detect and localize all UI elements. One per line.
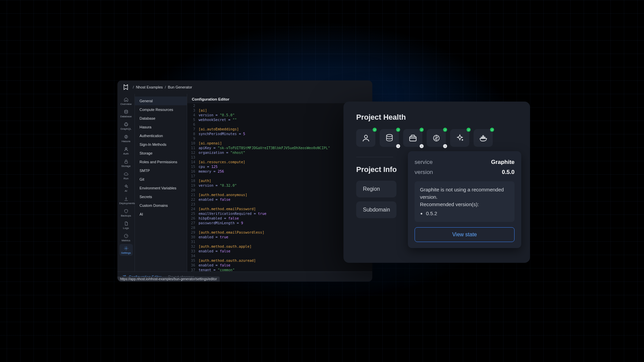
status-warn-icon [396, 144, 400, 148]
rail-item-backups[interactable]: Backups [119, 207, 133, 219]
rail-item-metrics[interactable]: Metrics [119, 232, 133, 243]
deploy-icon [124, 196, 128, 201]
info-row-subdomain: Subdomain [356, 201, 396, 218]
service-value: Graphite [491, 159, 515, 166]
settings-item-authentication[interactable]: Authentication [135, 131, 187, 140]
user-icon [124, 147, 128, 152]
settings-item-roles-and-permissions[interactable]: Roles and Permissions [135, 158, 187, 166]
info-row-region: Region [356, 181, 396, 197]
rail-item-logs[interactable]: Logs [119, 219, 133, 231]
app-window: / Nhost Examples / Bun Generator Overvie… [117, 80, 372, 282]
project-health-panel: Project Health Project Info RegionSubdom… [343, 102, 530, 263]
topbar: / Nhost Examples / Bun Generator [117, 80, 372, 94]
file-icon [124, 221, 128, 226]
database-icon [385, 134, 394, 142]
status-ok-icon [420, 128, 424, 132]
service-tooltip: service Graphite version 0.5.0 Graphite … [408, 151, 521, 248]
rail-item-auth[interactable]: Auth [119, 145, 133, 157]
version-value: 0.5.0 [502, 169, 515, 176]
rail-item-storage[interactable]: Storage [119, 157, 133, 169]
health-icon-hasura[interactable] [427, 129, 446, 147]
health-icon-database[interactable] [380, 129, 399, 147]
status-url-hint: https://app.nhost.io/nhost-examples/bun-… [117, 277, 220, 282]
breadcrumb-project[interactable]: Bun Generator [168, 85, 192, 89]
settings-item-hasura[interactable]: Hasura [135, 123, 187, 131]
health-icon-storage[interactable] [403, 129, 422, 147]
home-icon [124, 97, 128, 102]
hasura-icon [124, 134, 128, 139]
settings-item-compute-resources[interactable]: Compute Resources [135, 105, 187, 114]
settings-menu: GeneralCompute ResourcesDatabaseHasuraAu… [135, 94, 187, 272]
settings-item-smtp[interactable]: SMTP [135, 166, 187, 175]
status-ok-icon [373, 128, 377, 132]
gauge-icon [124, 234, 128, 238]
cloud-icon [124, 172, 128, 176]
settings-item-custom-domains[interactable]: Custom Domains [135, 201, 187, 210]
lock-icon [124, 159, 128, 164]
project-health-title: Project Health [356, 113, 517, 122]
service-label: service [415, 159, 433, 166]
rail-item-overview[interactable]: Overview [119, 95, 133, 107]
health-icon-user[interactable] [356, 129, 375, 147]
settings-item-environment-variables[interactable]: Environment Variables [135, 184, 187, 192]
health-icon-sparkles[interactable] [450, 129, 469, 147]
version-label: version [415, 169, 433, 176]
health-icon-docker[interactable] [474, 129, 493, 147]
divider [356, 157, 393, 157]
rail-item-settings[interactable]: Settings [119, 244, 133, 256]
status-ok-icon [443, 128, 447, 132]
graphql-icon [124, 122, 128, 127]
settings-item-secrets[interactable]: Secrets [135, 192, 187, 201]
editor-title: Configuration Editor [187, 94, 372, 103]
settings-item-sign-in-methods[interactable]: Sign-In Methods [135, 140, 187, 149]
status-warn-icon [443, 144, 447, 148]
rail-item-database[interactable]: Database [119, 108, 133, 119]
rail-item-run[interactable]: Run [119, 170, 133, 181]
sparkles-icon [124, 184, 128, 189]
settings-item-ai[interactable]: AI [135, 210, 187, 219]
view-state-button[interactable]: View state [415, 227, 515, 242]
sidebar-icon-rail: OverviewDatabaseGraphQLHasuraAuthStorage… [117, 94, 135, 272]
settings-item-git[interactable]: Git [135, 175, 187, 184]
health-icon-row [356, 129, 517, 147]
user-icon [362, 134, 370, 142]
database-icon [124, 110, 128, 114]
status-ok-icon [396, 128, 400, 132]
sparkles-icon [455, 134, 464, 142]
docker-icon [479, 134, 488, 142]
settings-item-storage[interactable]: Storage [135, 149, 187, 158]
status-ok-icon [467, 128, 471, 132]
breadcrumb: / Nhost Examples / Bun Generator [133, 85, 192, 89]
rail-item-hasura[interactable]: Hasura [119, 132, 133, 144]
rail-item-deployments[interactable]: Deployments [119, 194, 133, 206]
status-warn-icon [420, 144, 424, 148]
storage-icon [409, 134, 417, 142]
nhost-logo-icon [122, 83, 129, 91]
breadcrumb-org[interactable]: Nhost Examples [136, 85, 163, 89]
version-warning-message: Graphite is not using a recommended vers… [415, 181, 515, 222]
settings-item-general[interactable]: General [135, 97, 187, 105]
gear-icon [124, 246, 128, 251]
status-ok-icon [490, 128, 494, 132]
rail-item-graphql[interactable]: GraphQL [119, 120, 133, 132]
shield-icon [124, 209, 128, 214]
rail-item-ai[interactable]: AI [119, 182, 133, 194]
hasura-icon [432, 134, 441, 142]
settings-item-database[interactable]: Database [135, 114, 187, 123]
